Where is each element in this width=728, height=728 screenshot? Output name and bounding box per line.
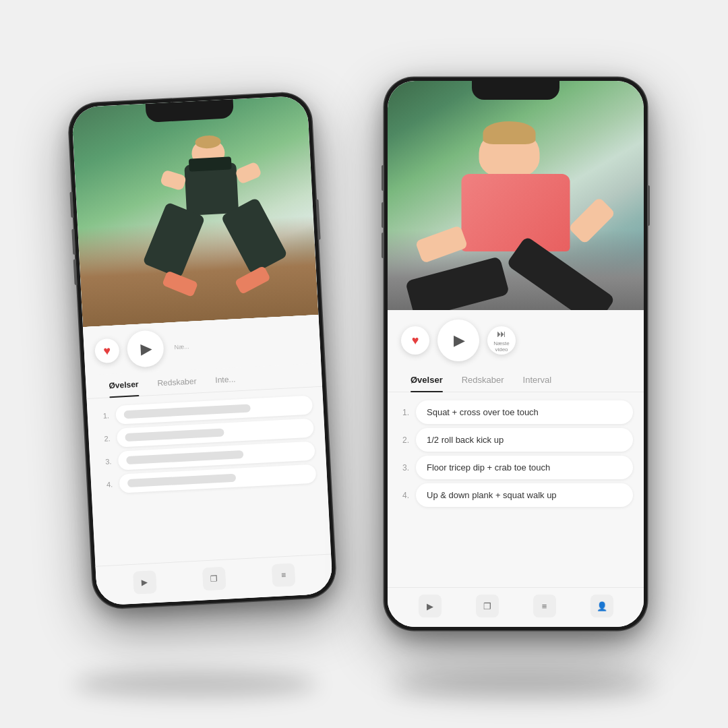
front-heart-icon: ♥ bbox=[412, 334, 419, 346]
p-arm-left bbox=[415, 224, 468, 263]
back-heart-icon: ♥ bbox=[103, 344, 111, 357]
scene: ♥ ▶ Næ... Øvelser Redskaber Inte... bbox=[61, 44, 667, 684]
front-play-icon: ▶ bbox=[454, 332, 465, 349]
front-nav-list[interactable]: ≡ bbox=[533, 595, 556, 617]
front-tab-redskaber[interactable]: Redskaber bbox=[452, 371, 514, 392]
back-nav-grid[interactable]: ❐ bbox=[202, 567, 226, 591]
front-exercise-4: 4. Up & down plank + squat walk up bbox=[398, 483, 633, 507]
front-exercise-3: 3. Floor tricep dip + crab toe touch bbox=[398, 456, 633, 479]
back-phone-content: ♥ ▶ Næ... Øvelser Redskaber Inte... bbox=[83, 314, 333, 605]
front-phone-shadow bbox=[391, 671, 654, 698]
back-nav-play[interactable]: ▶ bbox=[133, 570, 157, 595]
front-num-2: 2. bbox=[398, 435, 409, 445]
front-exercise-1: 1. Squat + cross over toe touch bbox=[398, 400, 633, 424]
front-next-label: Næste video bbox=[487, 340, 516, 353]
front-play-button[interactable]: ▶ bbox=[437, 320, 479, 361]
back-num-2: 2. bbox=[99, 434, 111, 443]
back-next-label: Næ... bbox=[174, 343, 189, 351]
back-phone-shadow bbox=[74, 671, 317, 698]
p-leg-left bbox=[405, 256, 510, 310]
front-video-bg bbox=[388, 81, 644, 310]
back-nav-list[interactable]: ≡ bbox=[272, 563, 296, 587]
phone-back: ♥ ▶ Næ... Øvelser Redskaber Inte... bbox=[68, 92, 337, 609]
front-tab-ovelser[interactable]: Øvelser bbox=[401, 371, 452, 392]
front-tab-interval[interactable]: Interval bbox=[514, 371, 562, 392]
front-pill-2[interactable]: 1/2 roll back kick up bbox=[416, 428, 633, 452]
front-nav-grid[interactable]: ❐ bbox=[476, 595, 499, 617]
back-heart-button[interactable]: ♥ bbox=[94, 338, 120, 363]
front-num-1: 1. bbox=[398, 408, 409, 417]
front-next-button[interactable]: ⏭ Næste video bbox=[487, 326, 516, 355]
front-tabs: Øvelser Redskaber Interval bbox=[388, 368, 644, 392]
p-torso bbox=[461, 174, 570, 252]
back-phone-video bbox=[71, 95, 319, 326]
back-num-1: 1. bbox=[98, 411, 110, 420]
front-phone-content: ♥ ▶ ⏭ Næste video Øvelser Redskaber Inte… bbox=[388, 310, 644, 627]
back-num-3: 3. bbox=[100, 457, 112, 466]
front-person bbox=[407, 115, 625, 310]
back-exercise-list: 1. 2. 3. 4. bbox=[87, 386, 332, 566]
back-play-button[interactable]: ▶ bbox=[126, 330, 164, 368]
front-exercise-list: 1. Squat + cross over toe touch 2. 1/2 r… bbox=[388, 392, 644, 587]
front-next-icon: ⏭ bbox=[497, 328, 506, 339]
p-arm-right bbox=[568, 197, 615, 244]
front-nav-profile[interactable]: 👤 bbox=[590, 595, 613, 617]
back-tab-redskaber[interactable]: Redskaber bbox=[148, 371, 206, 394]
front-pill-1[interactable]: Squat + cross over toe touch bbox=[416, 400, 633, 424]
back-video-bg bbox=[71, 95, 319, 326]
front-pill-3[interactable]: Floor tricep dip + crab toe touch bbox=[416, 456, 633, 479]
front-pill-4[interactable]: Up & down plank + squat walk up bbox=[416, 483, 633, 507]
front-phone-video bbox=[388, 81, 644, 310]
back-num-4: 4. bbox=[102, 480, 113, 489]
front-bottom-nav: ▶ ❐ ≡ 👤 bbox=[388, 587, 644, 627]
back-tab-ovelser[interactable]: Øvelser bbox=[99, 375, 149, 398]
back-tab-interval[interactable]: Inte... bbox=[206, 369, 246, 392]
front-exercise-2: 2. 1/2 roll back kick up bbox=[398, 428, 633, 452]
front-phone-notch bbox=[472, 81, 559, 100]
front-num-3: 3. bbox=[398, 463, 409, 473]
front-heart-button[interactable]: ♥ bbox=[401, 326, 429, 355]
phone-back-inner: ♥ ▶ Næ... Øvelser Redskaber Inte... bbox=[71, 95, 333, 605]
p-hair bbox=[483, 121, 536, 145]
front-num-4: 4. bbox=[398, 491, 409, 500]
back-play-icon: ▶ bbox=[140, 339, 152, 357]
phone-front: ♥ ▶ ⏭ Næste video Øvelser Redskaber Inte… bbox=[384, 78, 647, 630]
front-nav-play[interactable]: ▶ bbox=[419, 595, 442, 617]
phone-front-inner: ♥ ▶ ⏭ Næste video Øvelser Redskaber Inte… bbox=[388, 81, 644, 627]
front-controls-row: ♥ ▶ ⏭ Næste video bbox=[388, 310, 644, 368]
